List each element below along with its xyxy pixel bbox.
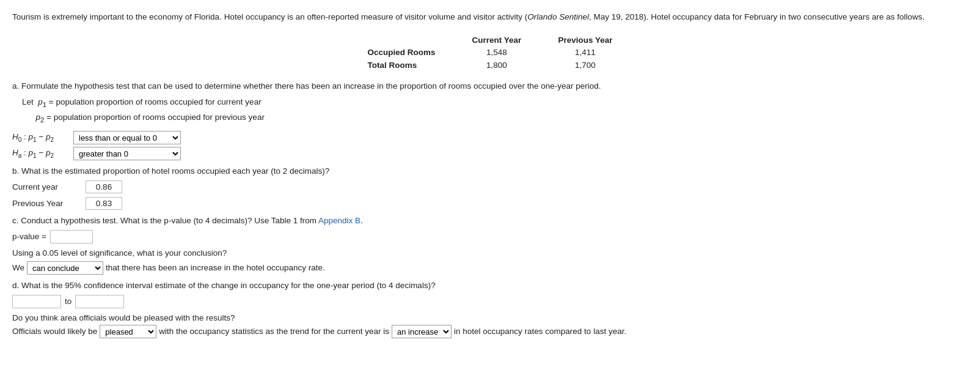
pleased-question: Do you think area officials would be ple… xyxy=(12,313,968,322)
we-label: We xyxy=(12,263,24,272)
officials-mid: with the occupancy statistics as the tre… xyxy=(159,327,389,336)
part-c-section: c. Conduct a hypothesis test. What is th… xyxy=(12,216,968,275)
total-rooms-current: 1,800 xyxy=(454,59,540,72)
occupied-rooms-label: Occupied Rooms xyxy=(349,46,454,59)
part-d-section: d. What is the 95% confidence interval e… xyxy=(12,281,968,338)
let-block: Let p1 = population proportion of rooms … xyxy=(22,95,968,126)
table-row: Occupied Rooms 1,548 1,411 xyxy=(349,46,631,59)
officials-select[interactable]: pleased displeased xyxy=(100,325,156,338)
conclusion-suffix: that there has been an increase in the h… xyxy=(106,263,325,272)
part-a-label: a. Formulate the hypothesis test that ca… xyxy=(12,81,968,91)
pvalue-prefix: p-value = xyxy=(12,232,46,241)
current-year-header: Current Year xyxy=(454,34,540,46)
officials-prefix: Officials would likely be xyxy=(12,327,97,336)
ha-label: Ha : p1 − p2 xyxy=(12,148,73,159)
table-row: Total Rooms 1,800 1,700 xyxy=(349,59,631,72)
total-rooms-previous: 1,700 xyxy=(539,59,631,72)
empty-header xyxy=(349,34,454,46)
let-line1: Let p1 = population proportion of rooms … xyxy=(22,95,968,111)
total-rooms-label: Total Rooms xyxy=(349,59,454,72)
let-line2: p2 = population proportion of rooms occu… xyxy=(22,111,968,126)
h0-label: H0 : p1 − p2 xyxy=(12,132,73,143)
appendix-b-link[interactable]: Appendix B xyxy=(318,216,360,225)
ci-upper-input[interactable] xyxy=(75,295,124,308)
part-d-label: d. What is the 95% confidence interval e… xyxy=(12,281,968,290)
current-year-value: 0.86 xyxy=(86,180,122,193)
data-table: Current Year Previous Year Occupied Room… xyxy=(349,34,631,72)
period: . xyxy=(360,216,363,225)
part-b-label: b. What is the estimated proportion of h… xyxy=(12,166,968,176)
ha-row: Ha : p1 − p2 greater than 0 less than or… xyxy=(12,147,968,160)
previous-year-header: Previous Year xyxy=(539,34,631,46)
conclusion-row: We can conclude cannot conclude that the… xyxy=(12,261,968,275)
part-a-section: a. Formulate the hypothesis test that ca… xyxy=(12,81,968,160)
occupied-rooms-current: 1,548 xyxy=(454,46,540,59)
previous-year-value: 0.83 xyxy=(86,197,122,210)
ha-select[interactable]: greater than 0 less than or equal to 0 e… xyxy=(73,147,181,160)
ci-to: to xyxy=(65,297,71,306)
officials-row: Officials would likely be pleased disple… xyxy=(12,325,968,338)
ci-row: to xyxy=(12,295,968,308)
part-c-label: c. Conduct a hypothesis test. What is th… xyxy=(12,216,968,225)
previous-year-label: Previous Year xyxy=(12,199,86,208)
previous-year-proportion-row: Previous Year 0.83 xyxy=(12,197,968,210)
conclusion-select[interactable]: can conclude cannot conclude xyxy=(27,261,103,275)
h0-row: H0 : p1 − p2 less than or equal to 0 gre… xyxy=(12,131,968,144)
officials-suffix: in hotel occupancy rates compared to las… xyxy=(454,327,626,336)
ci-lower-input[interactable] xyxy=(12,295,61,308)
occupied-rooms-previous: 1,411 xyxy=(539,46,631,59)
trend-select[interactable]: an increase a decrease no change xyxy=(392,325,452,338)
pvalue-input[interactable] xyxy=(50,230,93,243)
part-b-section: b. What is the estimated proportion of h… xyxy=(12,166,968,210)
pvalue-row: p-value = xyxy=(12,230,968,243)
intro-paragraph: Tourism is extremely important to the ec… xyxy=(12,11,968,23)
current-year-proportion-row: Current year 0.86 xyxy=(12,180,968,193)
current-year-label: Current year xyxy=(12,182,86,191)
significance-text: Using a 0.05 level of significance, what… xyxy=(12,248,968,258)
h0-select[interactable]: less than or equal to 0 greater than 0 e… xyxy=(73,131,181,144)
citation-source: Orlando Sentinel xyxy=(527,12,589,21)
